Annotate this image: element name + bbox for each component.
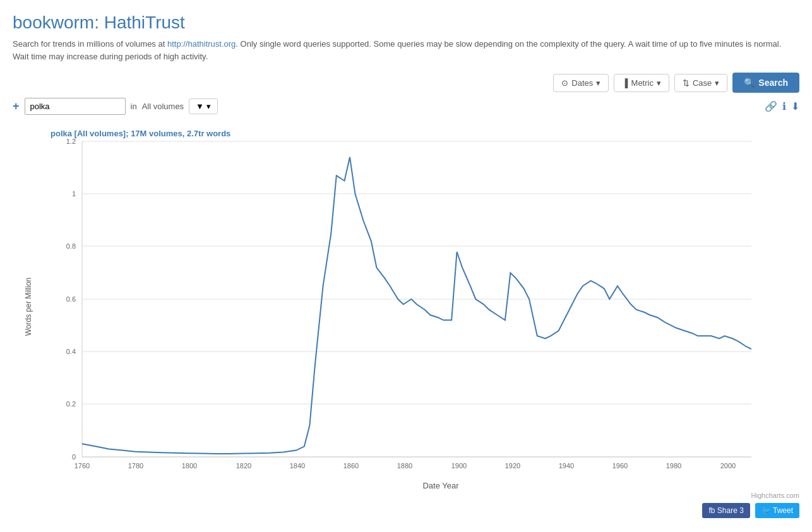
svg-text:0: 0	[72, 453, 76, 461]
add-query-button[interactable]: +	[13, 100, 20, 113]
hathitrust-url[interactable]: http://hathitrust.org	[167, 39, 236, 49]
chart-wrapper: polka [All volumes]; 17M volumes, 2.7tr …	[13, 122, 799, 518]
bar-chart-icon: ▐	[622, 78, 628, 88]
x-axis-label: Date Year	[82, 481, 799, 490]
svg-text:0.6: 0.6	[66, 295, 76, 303]
svg-text:1: 1	[72, 190, 76, 198]
filter-caret: ▾	[206, 102, 211, 111]
download-icon-button[interactable]: ⬇	[791, 100, 799, 112]
highcharts-credit: Highcharts.com	[13, 492, 799, 499]
in-label: in	[131, 102, 137, 111]
svg-text:0.2: 0.2	[66, 400, 76, 408]
svg-text:0.8: 0.8	[66, 242, 76, 250]
link-icon-button[interactable]: 🔗	[765, 100, 777, 112]
page-header: bookworm: HathiTrust	[13, 13, 799, 33]
svg-text:1920: 1920	[505, 462, 520, 470]
info-icon-button[interactable]: ℹ	[782, 100, 786, 112]
caret-down-icon: ▾	[596, 78, 600, 88]
query-row: + in All volumes ▼ ▾ 🔗 ℹ ⬇	[13, 98, 799, 115]
svg-text:1840: 1840	[290, 462, 305, 470]
svg-text:0.4: 0.4	[66, 348, 76, 355]
clock-icon: ⊙	[561, 78, 568, 88]
dates-button[interactable]: ⊙ Dates ▾	[553, 74, 609, 92]
hathitrust-link[interactable]: HathiTrust	[104, 13, 185, 32]
filter-button[interactable]: ▼ ▾	[189, 98, 218, 114]
svg-text:1940: 1940	[559, 462, 574, 470]
caret-down-icon-case: ▾	[715, 78, 719, 88]
toolbar: ⊙ Dates ▾ ▐ Metric ▾ ⇅ Case ▾ 🔍 Search	[13, 73, 799, 93]
search-icon: 🔍	[744, 78, 755, 88]
svg-text:1880: 1880	[397, 462, 412, 470]
metric-button[interactable]: ▐ Metric ▾	[614, 74, 669, 92]
svg-text:1820: 1820	[236, 462, 251, 470]
case-button[interactable]: ⇅ Case ▾	[674, 74, 727, 92]
y-axis-label: Words per Million	[24, 277, 33, 335]
svg-text:1980: 1980	[666, 462, 681, 470]
svg-text:1860: 1860	[343, 462, 359, 470]
facebook-share-button[interactable]: fb Share 3	[702, 503, 749, 518]
svg-text:1780: 1780	[128, 462, 143, 470]
search-input[interactable]	[25, 98, 126, 115]
svg-text:2000: 2000	[720, 462, 736, 470]
chart-svg: 0 0.2 0.4 0.6 0.8 1 1.2 1760 1780 1800 1…	[44, 122, 764, 482]
twitter-icon: 🐦	[761, 506, 771, 515]
svg-text:1800: 1800	[182, 462, 197, 470]
svg-text:1900: 1900	[451, 462, 467, 470]
tweet-button[interactable]: 🐦 Tweet	[755, 503, 799, 518]
chart-area: polka [All volumes]; 17M volumes, 2.7tr …	[13, 122, 799, 518]
filter-icon: ▼	[196, 102, 204, 111]
svg-text:1.2: 1.2	[66, 138, 76, 145]
sort-icon: ⇅	[683, 78, 690, 88]
svg-text:1760: 1760	[75, 462, 90, 470]
search-button[interactable]: 🔍 Search	[732, 73, 799, 93]
page-title: bookworm: HathiTrust	[13, 13, 799, 33]
subtitle: Search for trends in millions of volumes…	[13, 38, 799, 62]
social-row: fb Share 3 🐦 Tweet	[13, 503, 799, 518]
caret-down-icon-metric: ▾	[657, 78, 661, 88]
svg-text:1960: 1960	[612, 462, 628, 470]
volumes-label: All volumes	[142, 102, 184, 111]
